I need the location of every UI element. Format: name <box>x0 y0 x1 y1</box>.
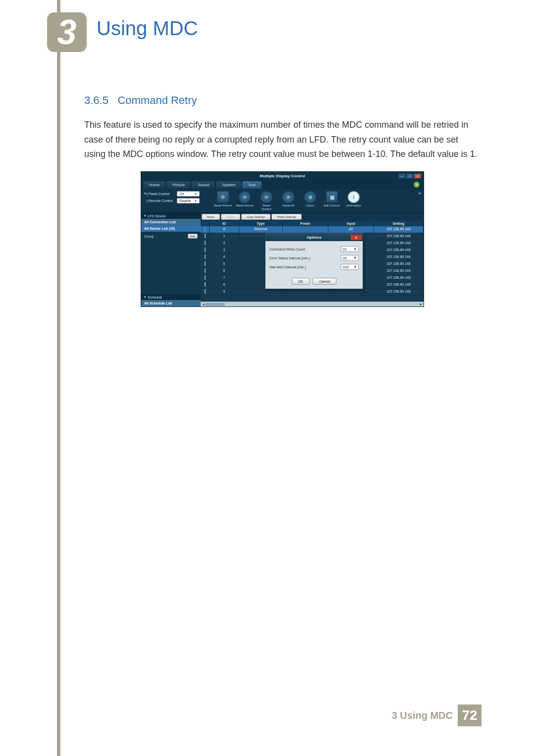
chevron-down-icon: ▼ <box>194 193 197 196</box>
row-checkbox[interactable] <box>205 248 206 252</box>
scroll-left-icon[interactable]: ◄ <box>143 191 147 196</box>
sidebar-lfd-header[interactable]: ▾ LFD Device <box>141 213 201 219</box>
sidebar: ▾ LFD Device All Connection List All Dev… <box>141 213 201 306</box>
remote-control-value: Disable <box>179 199 191 202</box>
reset-sound-icon[interactable]: ⟳ <box>239 191 251 203</box>
cell-setting: 107.108.89.148 <box>374 289 424 296</box>
scroll-left-icon[interactable]: ◄ <box>202 302 205 306</box>
column-input[interactable]: Input <box>328 221 374 226</box>
cell-id: 0 <box>210 226 239 233</box>
reset-system-icon[interactable]: ⟳ <box>261 191 272 203</box>
retry-count-label: Command Retry Count <box>269 248 305 251</box>
move-button[interactable]: Move <box>202 214 220 220</box>
horizontal-scrollbar[interactable]: ◄ ► <box>201 302 424 306</box>
footer-text: 3 Using MDC <box>392 710 453 721</box>
menu-system[interactable]: System <box>216 181 241 189</box>
row-checkbox[interactable] <box>205 282 206 287</box>
chapter-title: Using MDC <box>97 17 198 40</box>
minimize-button[interactable]: – <box>398 173 406 179</box>
cell-input: AV <box>328 226 374 233</box>
scroll-right-icon[interactable]: ► <box>418 191 422 196</box>
scroll-right-icon[interactable]: ► <box>419 302 423 306</box>
spinner-arrows-icon: ▲▼ <box>354 265 357 269</box>
retry-count-spinner[interactable]: 01 ▲▼ <box>341 246 359 252</box>
remote-control-select[interactable]: Disable ▼ <box>177 198 200 203</box>
table-row[interactable]: 9107.108.89.148 <box>201 289 424 296</box>
ok-button[interactable]: OK <box>292 278 310 285</box>
edit-column-icon[interactable]: ▦ <box>326 191 338 203</box>
page-number-badge: 72 <box>458 705 482 726</box>
information-icon[interactable]: i <box>348 191 360 203</box>
menu-home[interactable]: Home <box>143 181 165 189</box>
panel-control-label: | Panel Control <box>147 192 175 196</box>
scrollbar-thumb[interactable] <box>205 303 225 306</box>
reset-sound-label: Reset Sound <box>236 204 254 207</box>
column-setting[interactable]: Setting <box>374 221 424 226</box>
cell-setting: 107.108.89.148 <box>374 275 424 282</box>
row-checkbox[interactable] <box>205 268 206 273</box>
reset-picture-label: Reset Picture <box>214 204 232 207</box>
cell-setting: 107.108.89.148 <box>374 247 424 254</box>
table-row[interactable]: 0EthernetAV107.108.89.148 <box>201 226 424 233</box>
chevron-down-icon: ▾ <box>144 214 146 218</box>
section-title: Command Retry <box>117 94 197 106</box>
table-header: ID Type Power Input Setting <box>201 221 424 226</box>
copy-settings-button[interactable]: Copy Settings <box>241 214 270 220</box>
paste-settings-button[interactable]: Paste Settings <box>271 214 302 220</box>
cancel-button[interactable]: Cancel <box>313 278 336 285</box>
reset-all-icon[interactable]: ⟳ <box>282 191 294 203</box>
cell-setting: 107.108.89.148 <box>374 226 424 233</box>
error-interval-label: Error Status Interval (min.) <box>269 256 310 260</box>
cell-setting: 107.108.89.148 <box>374 233 424 240</box>
column-type[interactable]: Type <box>239 221 283 226</box>
row-checkbox[interactable] <box>205 254 206 259</box>
window-title: Multiple Display Control <box>167 174 398 178</box>
sidebar-all-connection[interactable]: All Connection List <box>141 219 201 225</box>
reset-picture-icon[interactable]: ⟳ <box>217 191 229 203</box>
section-number: 3.6.5 <box>84 94 108 106</box>
reset-system-label: Reset System <box>258 204 275 210</box>
cell-id: 3 <box>210 247 239 254</box>
column-id[interactable]: ID <box>210 221 239 226</box>
cell-id: 6 <box>210 268 239 275</box>
row-checkbox[interactable] <box>205 275 206 280</box>
menubar: Home Picture Sound System Tool ? <box>141 180 424 189</box>
row-checkbox[interactable] <box>205 289 206 294</box>
help-icon[interactable]: ? <box>414 182 420 188</box>
dialog-close-button[interactable]: x <box>351 235 362 240</box>
cell-power <box>283 226 328 233</box>
group-edit-button[interactable]: Edit <box>188 234 198 239</box>
edit-column-label: Edit Column <box>324 204 340 207</box>
information-label: Information <box>346 204 361 207</box>
error-interval-spinner[interactable]: 05 ▲▼ <box>341 255 359 261</box>
cell-id: 7 <box>210 275 239 282</box>
menu-picture[interactable]: Picture <box>166 181 191 189</box>
titlebar: Multiple Display Control – □ x <box>141 172 424 180</box>
menu-tool[interactable]: Tool <box>242 181 262 189</box>
row-checkbox[interactable] <box>205 241 206 245</box>
column-power[interactable]: Power <box>283 221 328 226</box>
cell-setting: 107.108.89.148 <box>374 240 424 247</box>
sidebar-schedule-header[interactable]: ▾ Schedule <box>141 294 201 300</box>
mail-interval-spinner[interactable]: 010 ▲▼ <box>341 264 359 270</box>
cell-setting: 107.108.89.148 <box>374 254 424 261</box>
cell-setting: 107.108.89.148 <box>374 261 424 268</box>
sidebar-all-device[interactable]: All Device List (10) <box>141 225 201 232</box>
delete-button[interactable]: Delete <box>221 214 240 220</box>
mail-interval-label: Mail Alert Interval (min.) <box>269 265 306 269</box>
maximize-button[interactable]: □ <box>406 173 414 179</box>
sidebar-all-schedule[interactable]: All Schedule List <box>141 300 201 306</box>
row-checkbox[interactable] <box>205 234 206 238</box>
window-close-button[interactable]: x <box>414 173 422 179</box>
content-area: 3.6.5 Command Retry This feature is used… <box>84 94 481 306</box>
cell-type: Ethernet <box>239 226 283 233</box>
sidebar-lfd-label: LFD Device <box>148 214 166 218</box>
row-checkbox[interactable] <box>202 227 208 233</box>
cell-setting: 107.108.89.148 <box>374 282 424 289</box>
row-checkbox[interactable] <box>205 261 206 266</box>
section-heading: 3.6.5 Command Retry <box>84 94 481 107</box>
option-icon[interactable]: ⚙ <box>304 191 316 203</box>
mail-interval-value: 010 <box>343 265 349 269</box>
menu-sound[interactable]: Sound <box>192 181 215 189</box>
panel-control-select[interactable]: On ▼ <box>177 191 200 197</box>
